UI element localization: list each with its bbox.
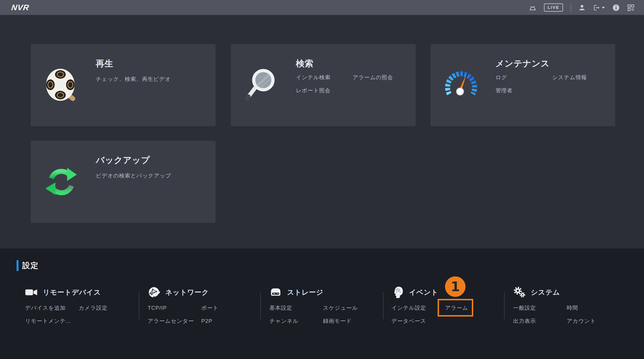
card-subtitle-playback: チェック、検索、再生ビデオ: [96, 76, 171, 83]
settings-accent-bar: [17, 260, 19, 271]
user-icon[interactable]: [578, 4, 586, 11]
settings-header: 設定: [17, 260, 39, 271]
topbar-actions: LIVE: [529, 0, 635, 15]
gears-icon: [513, 286, 526, 299]
link-time[interactable]: 時間: [567, 304, 596, 312]
link-log[interactable]: ログ: [495, 74, 552, 81]
settings-col-remote-device: リモートデバイス デバイスを追加 カメラ設定 リモートメンテ...: [25, 286, 107, 325]
card-maintenance[interactable]: メンテナンス ログ システム情報 管理者: [430, 44, 615, 126]
card-backup[interactable]: バックアップ ビデオの検索とバックアップ: [31, 141, 216, 223]
column-divider: [383, 292, 383, 319]
settings-section: 設定 リモートデバイス デバイスを追加 カメラ設定 リモートメンテ...: [0, 248, 644, 359]
column-divider: [139, 292, 139, 319]
card-playback[interactable]: 再生 チェック、検索、再生ビデオ: [31, 44, 216, 126]
magnifier-icon: [244, 67, 279, 103]
card-title-backup: バックアップ: [96, 154, 150, 166]
chevron-down-icon: [602, 7, 605, 9]
link-output-display[interactable]: 出力表示: [513, 317, 567, 325]
link-system-info[interactable]: システム情報: [552, 74, 587, 81]
alarm-siren-icon[interactable]: [529, 4, 537, 11]
annotation-step-badge: 1: [445, 276, 466, 297]
col-title-network: ネットワーク: [165, 288, 209, 297]
face-head-icon: [391, 286, 404, 299]
main-area: 再生 チェック、検索、再生ビデオ 検索 インテル検索 アラームの照会 レポート照…: [0, 15, 644, 248]
link-report-query[interactable]: レポート照会: [296, 87, 353, 95]
link-port[interactable]: ポート: [201, 304, 219, 312]
card-search[interactable]: 検索 インテル検索 アラームの照会 レポート照会: [231, 44, 416, 126]
topbar-divider: [570, 4, 571, 12]
settings-col-system: システム 一般設定 時間 出力表示 アカウント: [513, 286, 596, 325]
link-intel-settings[interactable]: インテル設定: [391, 304, 445, 312]
settings-col-network: ネットワーク TCP/IP ポート アラームセンター P2P: [148, 286, 219, 325]
top-bar: NVR LIVE: [0, 0, 644, 15]
link-alarm-query[interactable]: アラームの照会: [353, 74, 393, 81]
info-icon[interactable]: [612, 4, 620, 11]
storage-drive-icon: [269, 286, 282, 299]
link-tcpip[interactable]: TCP/IP: [148, 304, 201, 312]
link-camera-settings[interactable]: カメラ設定: [79, 304, 107, 312]
link-record-mode[interactable]: 録画モード: [323, 317, 358, 325]
link-schedule[interactable]: スケジュール: [323, 304, 358, 312]
col-title-remote-device: リモートデバイス: [43, 288, 101, 297]
col-title-storage: ストレージ: [287, 288, 323, 297]
backup-sync-icon: [44, 164, 79, 199]
gauge-icon: [443, 67, 479, 103]
annotation-highlight-box: [438, 299, 473, 317]
card-title-playback: 再生: [96, 58, 113, 70]
link-database[interactable]: データベース: [391, 317, 445, 325]
link-remote-maintenance[interactable]: リモートメンテ...: [25, 317, 79, 325]
link-add-device[interactable]: デバイスを追加: [25, 304, 79, 312]
link-p2p[interactable]: P2P: [201, 317, 219, 325]
link-channel[interactable]: チャンネル: [269, 317, 323, 325]
card-title-search: 検索: [296, 58, 314, 70]
video-camera-icon: [25, 286, 38, 299]
link-basic-settings[interactable]: 基本設定: [269, 304, 323, 312]
film-reel-icon: [44, 67, 79, 103]
live-button[interactable]: LIVE: [544, 3, 563, 12]
link-intel-search[interactable]: インテル検索: [296, 74, 353, 81]
col-title-event: イベント: [409, 288, 438, 297]
nvr-logo: NVR: [11, 0, 30, 15]
settings-col-storage: ストレージ 基本設定 スケジュール チャンネル 録画モード: [269, 286, 358, 325]
logout-button[interactable]: [593, 4, 605, 11]
column-divider: [260, 292, 261, 319]
settings-title: 設定: [22, 260, 39, 271]
nvr-home-screen: NVR LIVE: [0, 0, 644, 359]
column-divider: [504, 292, 505, 319]
link-account[interactable]: アカウント: [567, 317, 596, 325]
card-title-maintenance: メンテナンス: [495, 58, 550, 70]
link-general-settings[interactable]: 一般設定: [513, 304, 567, 312]
link-alarm-center[interactable]: アラームセンター: [148, 317, 201, 325]
network-globe-icon: [148, 286, 160, 299]
card-subtitle-backup: ビデオの検索とバックアップ: [96, 172, 171, 180]
col-title-system: システム: [531, 288, 560, 297]
qr-code-icon[interactable]: [627, 4, 635, 11]
link-administrator[interactable]: 管理者: [495, 87, 552, 95]
